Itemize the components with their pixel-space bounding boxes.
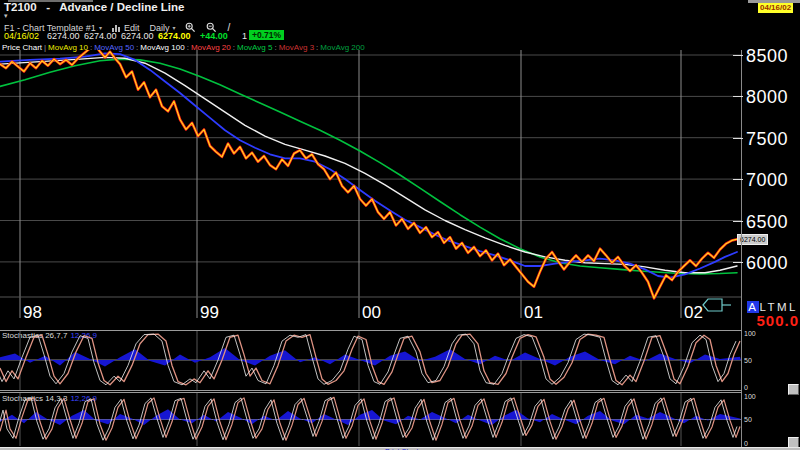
stoch-scale-label: 50 [744, 416, 752, 423]
panel-button-1[interactable] [788, 384, 799, 395]
x-axis-label: 02 [684, 303, 703, 323]
quote-date: 04/16/02 [4, 31, 39, 41]
price-axis-tick [733, 138, 743, 139]
main-price-chart[interactable] [0, 50, 800, 335]
movavg-100-line [0, 57, 737, 272]
price-axis-tick [733, 262, 743, 263]
chart-window: T2100 - Advance / Decline Line 04/16/02 … [0, 0, 800, 450]
price-axis-tick [733, 221, 743, 222]
quote-flag: 1 [242, 31, 247, 41]
price-axis-tick [733, 179, 743, 180]
stoch-scale-label: 50 [744, 357, 752, 364]
movavg-200-line [0, 59, 737, 274]
y-axis-label: 6500 [746, 212, 788, 233]
stoch-scale-label: 100 [744, 393, 756, 400]
x-axis-label: 98 [23, 303, 42, 323]
quote-open: 6274.00 [47, 31, 80, 41]
stochastics-panel-2[interactable] [0, 393, 741, 446]
price-axis-tick [733, 96, 743, 97]
price-axis-line [741, 50, 742, 447]
pointer-annotation [703, 299, 731, 311]
movavg-5-line [0, 50, 737, 298]
y-axis-label: 7500 [746, 129, 788, 150]
price-axis-tick [733, 55, 743, 56]
stoch-scale-label: 100 [744, 330, 756, 337]
percent-change-badge: +0.71% [249, 30, 284, 40]
price-chart-line [0, 50, 737, 298]
stoch-scale-label: 0 [744, 384, 748, 391]
quote-low: 6274.00 [121, 31, 154, 41]
quote-change: +44.00 [200, 31, 228, 41]
movavg-50-line [0, 53, 737, 277]
x-axis-label: 99 [200, 303, 219, 323]
title-dropdown-caret[interactable]: ▾ [4, 12, 8, 20]
window-title: T2100 - Advance / Decline Line [4, 1, 184, 13]
quote-high: 6274.00 [84, 31, 117, 41]
red-value-label: 500.0 [756, 312, 799, 329]
chevron-down-icon: ▾ [172, 24, 175, 31]
panel-divider [0, 390, 742, 391]
y-axis-label: 8000 [746, 87, 788, 108]
x-axis-label: 01 [524, 303, 543, 323]
y-axis-label: 8500 [746, 46, 788, 67]
stochastics-panel-1[interactable] [0, 331, 741, 390]
session-date-badge: 04/16/02 [758, 3, 793, 13]
y-axis-label: 6000 [746, 253, 788, 274]
y-axis-label: 7000 [746, 170, 788, 191]
chevron-down-icon: ▾ [99, 24, 102, 31]
stoch-scale-label: 0 [744, 440, 748, 447]
quote-last: 6274.00 [158, 31, 191, 41]
x-axis-label: 00 [362, 303, 381, 323]
